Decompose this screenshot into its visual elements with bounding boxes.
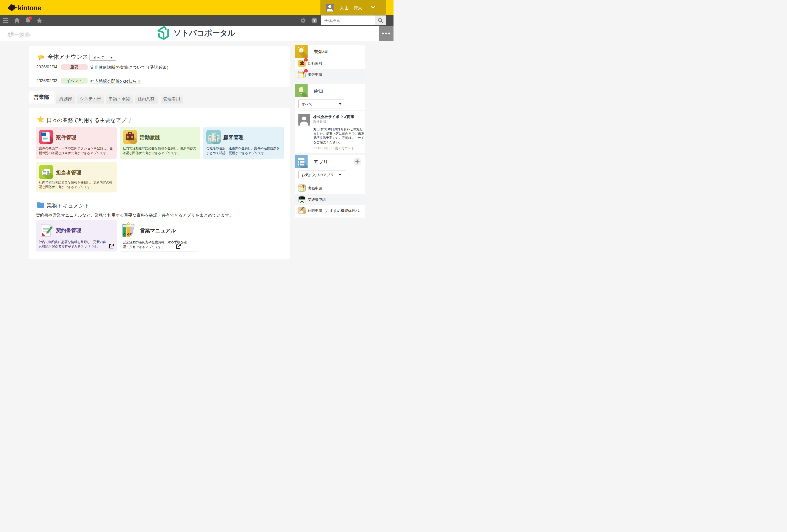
svg-text:kintone: kintone: [18, 4, 41, 12]
